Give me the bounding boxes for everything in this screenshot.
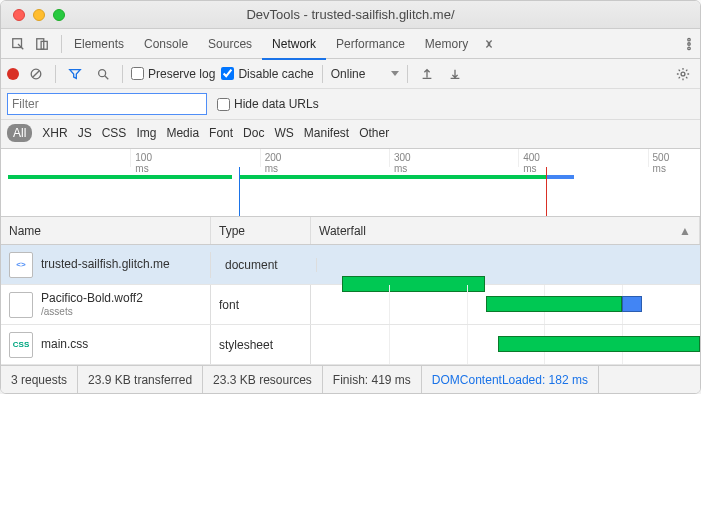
filter-other[interactable]: Other	[359, 126, 389, 140]
footer-requests: 3 requests	[1, 366, 78, 393]
col-type[interactable]: Type	[211, 217, 311, 244]
search-icon[interactable]	[92, 63, 114, 85]
col-waterfall-label: Waterfall	[319, 224, 366, 238]
filter-img[interactable]: Img	[136, 126, 156, 140]
filter-media[interactable]: Media	[166, 126, 199, 140]
inspect-icon[interactable]	[7, 33, 29, 55]
svg-point-4	[688, 42, 690, 44]
chevron-down-icon	[391, 71, 399, 76]
footer-finish: Finish: 419 ms	[323, 366, 422, 393]
disable-cache-label: Disable cache	[238, 67, 313, 81]
request-table: <>trusted-sailfish.glitch.medocumentPaci…	[1, 245, 700, 365]
kebab-menu-icon[interactable]	[678, 33, 700, 55]
settings-gear-icon[interactable]	[672, 63, 694, 85]
tab-console[interactable]: Console	[134, 29, 198, 59]
col-waterfall[interactable]: Waterfall▲	[311, 217, 700, 244]
waterfall-cell	[311, 285, 700, 324]
filter-manifest[interactable]: Manifest	[304, 126, 349, 140]
download-har-icon[interactable]	[444, 63, 466, 85]
tab-network[interactable]: Network	[262, 29, 326, 59]
footer-domcontentloaded: DOMContentLoaded: 182 ms	[422, 366, 599, 393]
svg-rect-1	[37, 38, 44, 49]
hide-data-urls-checkbox[interactable]: Hide data URLs	[217, 97, 319, 111]
network-toolbar: Preserve log Disable cache Online	[1, 59, 700, 89]
filter-ws[interactable]: WS	[274, 126, 293, 140]
table-header: Name Type Waterfall▲	[1, 217, 700, 245]
svg-point-8	[681, 72, 685, 76]
filter-doc[interactable]: Doc	[243, 126, 264, 140]
window-title: DevTools - trusted-sailfish.glitch.me/	[1, 7, 700, 22]
tab-sources[interactable]: Sources	[198, 29, 262, 59]
record-button[interactable]	[7, 68, 19, 80]
request-row[interactable]: <>trusted-sailfish.glitch.medocument	[1, 245, 700, 285]
request-path: /assets	[41, 306, 143, 318]
more-tabs-icon[interactable]	[478, 33, 500, 55]
filter-css[interactable]: CSS	[102, 126, 127, 140]
request-type: stylesheet	[211, 325, 311, 364]
file-type-icon: CSS	[9, 332, 33, 358]
filter-font[interactable]: Font	[209, 126, 233, 140]
svg-point-7	[99, 69, 106, 76]
file-type-icon	[9, 292, 33, 318]
svg-point-3	[688, 38, 690, 40]
panel-tabs: Elements Console Sources Network Perform…	[1, 29, 700, 59]
status-bar: 3 requests 23.9 KB transferred 23.3 KB r…	[1, 365, 700, 393]
request-row[interactable]: CSSmain.cssstylesheet	[1, 325, 700, 365]
preserve-log-label: Preserve log	[148, 67, 215, 81]
tab-elements[interactable]: Elements	[64, 29, 134, 59]
footer-resources: 23.3 KB resources	[203, 366, 323, 393]
tab-performance[interactable]: Performance	[326, 29, 415, 59]
request-row[interactable]: Pacifico-Bold.woff2/assetsfont	[1, 285, 700, 325]
request-name: trusted-sailfish.glitch.me	[41, 257, 170, 271]
timeline-overview[interactable]: 100 ms 200 ms 300 ms 400 ms 500 ms	[1, 149, 700, 217]
clear-icon[interactable]	[25, 63, 47, 85]
throttling-value: Online	[331, 67, 366, 81]
file-type-icon: <>	[9, 252, 33, 278]
col-name[interactable]: Name	[1, 217, 211, 244]
request-type: document	[217, 258, 317, 272]
titlebar: DevTools - trusted-sailfish.glitch.me/	[1, 1, 700, 29]
filter-row: Hide data URLs	[1, 89, 700, 120]
filter-input[interactable]	[7, 93, 207, 115]
request-type: font	[211, 285, 311, 324]
device-toggle-icon[interactable]	[31, 33, 53, 55]
request-name: Pacifico-Bold.woff2	[41, 291, 143, 305]
filter-js[interactable]: JS	[78, 126, 92, 140]
waterfall-cell	[311, 325, 700, 364]
request-name: main.css	[41, 337, 88, 351]
footer-transferred: 23.9 KB transferred	[78, 366, 203, 393]
throttling-select[interactable]: Online	[331, 67, 400, 81]
tab-memory[interactable]: Memory	[415, 29, 478, 59]
filter-xhr[interactable]: XHR	[42, 126, 67, 140]
disable-cache-checkbox[interactable]: Disable cache	[221, 67, 313, 81]
filter-all[interactable]: All	[7, 124, 32, 142]
upload-har-icon[interactable]	[416, 63, 438, 85]
hide-data-urls-label: Hide data URLs	[234, 97, 319, 111]
filter-icon[interactable]	[64, 63, 86, 85]
type-filter-row: All XHR JS CSS Img Media Font Doc WS Man…	[1, 120, 700, 149]
svg-point-5	[688, 47, 690, 49]
preserve-log-checkbox[interactable]: Preserve log	[131, 67, 215, 81]
